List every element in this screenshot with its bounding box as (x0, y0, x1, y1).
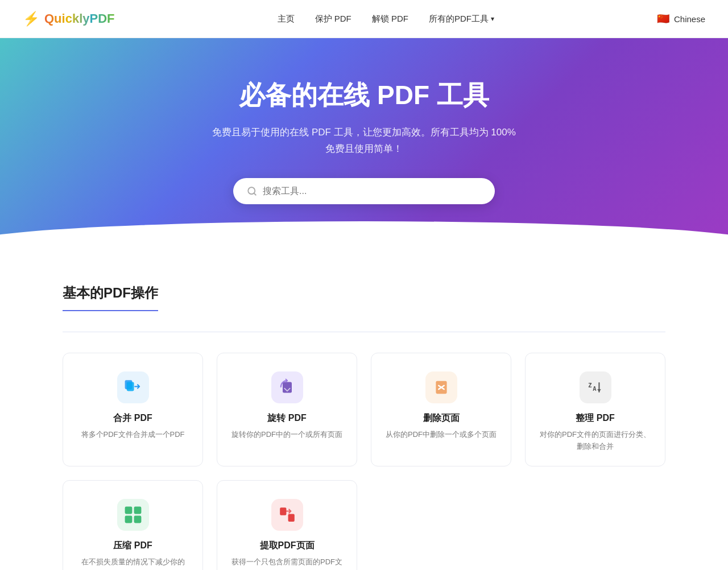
tool-desc-merge: 将多个PDF文件合并成一个PDF (75, 429, 191, 441)
tool-card-merge[interactable]: 合并 PDF 将多个PDF文件合并成一个PDF (63, 353, 203, 467)
search-icon (247, 186, 257, 196)
delete-icon-container (425, 371, 457, 403)
nav-right: 🇨🇳 Chinese (657, 13, 705, 25)
nav-unlock[interactable]: 解锁 PDF (372, 14, 408, 24)
svg-rect-12 (134, 507, 141, 514)
svg-rect-13 (125, 516, 132, 523)
tools-grid-row2: 压缩 PDF 在不损失质量的情况下减少你的PDF的大小 提取PDF页面 获得一个… (63, 480, 665, 570)
hero-title: 必备的在线 PDF 工具 (23, 78, 705, 113)
tool-desc-compress: 在不损失质量的情况下减少你的PDF的大小 (75, 556, 191, 570)
tool-title-extract: 提取PDF页面 (229, 540, 345, 552)
extract-icon-container (271, 499, 303, 531)
extract-icon (278, 506, 296, 524)
search-bar (233, 178, 495, 204)
tool-desc-extract: 获得一个只包含所需页面的PDF文档 (229, 556, 345, 570)
logo-text: QuicklyPDF (44, 11, 114, 26)
tool-card-delete[interactable]: 删除页面 从你的PDF中删除一个或多个页面 (371, 353, 511, 467)
nav-home[interactable]: 主页 (278, 14, 295, 24)
merge-icon (124, 378, 142, 396)
navbar: ⚡ QuicklyPDF 主页 保护 PDF 解锁 PDF 所有的PDF工具 ▾… (0, 0, 728, 38)
compress-icon-container (117, 499, 149, 531)
tool-card-rotate[interactable]: 旋转 PDF 旋转你的PDF中的一个或所有页面 (217, 353, 357, 467)
tool-card-organize[interactable]: Z A 整理 PDF 对你的PDF文件的页面进行分类、删除和合并 (525, 353, 665, 467)
merge-icon-container (117, 371, 149, 403)
svg-line-1 (254, 193, 255, 195)
compress-icon (124, 506, 142, 524)
logo-icon: ⚡ (23, 11, 40, 27)
hero-section: 必备的在线 PDF 工具 免费且易于使用的在线 PDF 工具，让您更加高效。所有… (0, 38, 728, 250)
rotate-icon-container (271, 371, 303, 403)
svg-text:Z: Z (588, 382, 592, 389)
tool-desc-delete: 从你的PDF中删除一个或多个页面 (383, 429, 499, 441)
tool-title-merge: 合并 PDF (75, 412, 191, 424)
flag-icon: 🇨🇳 (657, 13, 669, 25)
tool-title-rotate: 旋转 PDF (229, 412, 345, 424)
tool-title-delete: 删除页面 (383, 412, 499, 424)
tool-card-compress[interactable]: 压缩 PDF 在不损失质量的情况下减少你的PDF的大小 (63, 480, 203, 570)
organize-icon-container: Z A (580, 371, 611, 403)
nav-links: 主页 保护 PDF 解锁 PDF 所有的PDF工具 ▾ (278, 14, 494, 24)
svg-rect-16 (288, 514, 294, 522)
section-divider (63, 332, 665, 332)
logo[interactable]: ⚡ QuicklyPDF (23, 11, 114, 27)
nav-all-tools[interactable]: 所有的PDF工具 ▾ (429, 14, 494, 24)
tools-grid-row1: 合并 PDF 将多个PDF文件合并成一个PDF 旋转 PDF 旋转你的PDF中的… (63, 353, 665, 467)
nav-protect[interactable]: 保护 PDF (315, 14, 351, 24)
svg-rect-15 (280, 508, 286, 516)
rotate-icon (278, 378, 296, 396)
organize-icon: Z A (586, 378, 605, 396)
language-selector[interactable]: Chinese (674, 14, 705, 24)
tool-title-organize: 整理 PDF (537, 412, 653, 424)
main-content: 基本的PDF操作 合并 PDF 将多个PDF文件合并成一个PDF (40, 250, 688, 570)
placeholder-4 (525, 480, 665, 570)
hero-subtitle: 免费且易于使用的在线 PDF 工具，让您更加高效。所有工具均为 100%免费且使… (23, 125, 705, 158)
chevron-down-icon: ▾ (491, 15, 494, 23)
search-input[interactable] (263, 186, 481, 196)
placeholder-3 (371, 480, 511, 570)
tool-title-compress: 压缩 PDF (75, 540, 191, 552)
nav-all-tools-label: 所有的PDF工具 (429, 14, 489, 24)
delete-icon (432, 378, 450, 396)
svg-rect-11 (125, 507, 132, 514)
svg-text:A: A (593, 385, 597, 392)
section-header: 基本的PDF操作 (63, 284, 665, 332)
svg-rect-3 (126, 382, 134, 391)
svg-rect-14 (134, 516, 141, 523)
tool-desc-organize: 对你的PDF文件的页面进行分类、删除和合并 (537, 429, 653, 453)
tool-card-extract[interactable]: 提取PDF页面 获得一个只包含所需页面的PDF文档 (217, 480, 357, 570)
section-title: 基本的PDF操作 (63, 284, 158, 311)
tool-desc-rotate: 旋转你的PDF中的一个或所有页面 (229, 429, 345, 441)
